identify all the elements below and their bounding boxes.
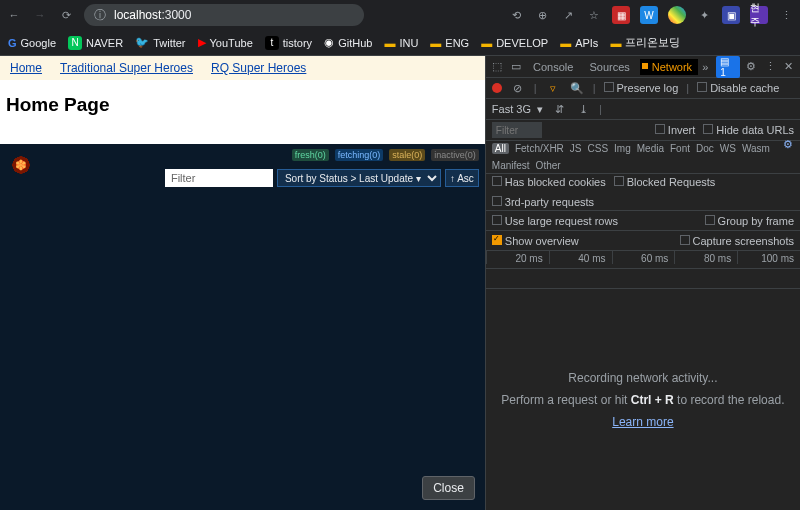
- show-overview-checkbox[interactable]: Show overview: [492, 235, 579, 247]
- learn-more-link[interactable]: Learn more: [612, 415, 673, 429]
- type-filter[interactable]: Img: [614, 143, 631, 154]
- url-port: :3000: [161, 8, 191, 22]
- has-blocked-cookies-checkbox[interactable]: Has blocked cookies: [492, 176, 606, 188]
- address-bar[interactable]: ⓘ localhost:3000: [84, 4, 364, 26]
- wifi-icon[interactable]: ⇵: [551, 101, 567, 117]
- network-filter-input[interactable]: [492, 122, 542, 138]
- extensions-puzzle-icon[interactable]: ✦: [696, 7, 712, 23]
- type-filter[interactable]: Fetch/XHR: [515, 143, 564, 154]
- preserve-log-checkbox[interactable]: Preserve log: [604, 82, 679, 94]
- rq-sort-select[interactable]: Sort by Status > Last Update ▾: [277, 169, 441, 187]
- tab-console[interactable]: Console: [527, 59, 579, 75]
- bookmark-item[interactable]: ▬ INU: [384, 37, 418, 49]
- bookmark-item[interactable]: ◉ GitHub: [324, 36, 372, 49]
- translate-icon[interactable]: ⟲: [508, 7, 524, 23]
- throttle-select[interactable]: Fast 3G ▾: [492, 103, 543, 116]
- nav-link[interactable]: RQ Super Heroes: [211, 61, 306, 75]
- rq-chip[interactable]: inactive(0): [431, 149, 479, 161]
- nav-link[interactable]: Traditional Super Heroes: [60, 61, 193, 75]
- bookmark-item[interactable]: ▬ APIs: [560, 37, 598, 49]
- type-filter[interactable]: CSS: [588, 143, 609, 154]
- type-filter[interactable]: Font: [670, 143, 690, 154]
- extension-icon[interactable]: ▦: [612, 6, 630, 24]
- bookmark-item[interactable]: G Google: [8, 37, 56, 49]
- bookmark-item[interactable]: ▬ ENG: [430, 37, 469, 49]
- type-filter[interactable]: Manifest: [492, 160, 530, 171]
- app-nav: HomeTraditional Super HeroesRQ Super Her…: [0, 56, 485, 80]
- issues-badge[interactable]: ▤ 1: [716, 56, 740, 78]
- bookmark-item[interactable]: 🐦 Twitter: [135, 36, 185, 49]
- network-settings-gear-icon[interactable]: ⚙: [780, 136, 796, 152]
- rq-chip[interactable]: stale(0): [389, 149, 425, 161]
- type-filter[interactable]: WS: [720, 143, 736, 154]
- back-icon[interactable]: ←: [6, 7, 22, 23]
- page-title: Home Page: [6, 94, 479, 116]
- page-body: Home Page: [0, 80, 485, 144]
- info-icon[interactable]: ⓘ: [92, 7, 108, 23]
- bookmark-item[interactable]: ▬ 프리온보딩: [610, 35, 680, 50]
- type-filter[interactable]: Doc: [696, 143, 714, 154]
- reload-icon[interactable]: ⟳: [58, 7, 74, 23]
- capture-screenshots-checkbox[interactable]: Capture screenshots: [680, 235, 795, 247]
- recording-status-text: Recording network activity...: [568, 371, 717, 385]
- url-host: localhost: [114, 8, 161, 22]
- type-filter[interactable]: Media: [637, 143, 664, 154]
- page-viewport: HomeTraditional Super HeroesRQ Super Her…: [0, 56, 485, 510]
- rq-sort-order-button[interactable]: ↑ Asc: [445, 169, 479, 187]
- type-filter[interactable]: All: [492, 143, 509, 154]
- timeline-tick: 20 ms: [486, 251, 549, 264]
- devtools-panel: ⬚ ▭ Console Sources Network » ▤ 1 ⚙ ⋮ ✕ …: [485, 56, 800, 510]
- bookmark-item[interactable]: ▬ DEVELOP: [481, 37, 548, 49]
- extension-icon[interactable]: [668, 6, 686, 24]
- profile-avatar[interactable]: 현주: [750, 6, 768, 24]
- device-toggle-icon[interactable]: ▭: [508, 59, 523, 75]
- timeline-tick: 100 ms: [737, 251, 800, 264]
- hide-data-urls-checkbox[interactable]: Hide data URLs: [703, 124, 794, 136]
- react-query-logo-icon[interactable]: [10, 154, 32, 176]
- tabs-overflow-icon[interactable]: »: [702, 61, 708, 73]
- blocked-requests-checkbox[interactable]: Blocked Requests: [614, 176, 716, 188]
- devtools-menu-icon[interactable]: ⋮: [763, 59, 778, 75]
- bookmark-item[interactable]: N NAVER: [68, 36, 123, 50]
- clear-icon[interactable]: ⊘: [510, 80, 526, 96]
- invert-checkbox[interactable]: Invert: [655, 124, 696, 136]
- group-by-frame-checkbox[interactable]: Group by frame: [705, 215, 794, 227]
- rq-status-chips: fresh(0)fetching(0)stale(0)inactive(0): [0, 144, 485, 166]
- bookmark-item[interactable]: t tistory: [265, 36, 312, 50]
- type-filter[interactable]: Wasm: [742, 143, 770, 154]
- bookmark-item[interactable]: ▶ YouTube: [198, 36, 253, 49]
- large-rows-checkbox[interactable]: Use large request rows: [492, 215, 618, 227]
- timeline-tick: 80 ms: [674, 251, 737, 264]
- menu-dots-icon[interactable]: ⋮: [778, 7, 794, 23]
- rq-chip[interactable]: fetching(0): [335, 149, 384, 161]
- search-icon[interactable]: 🔍: [569, 80, 585, 96]
- timeline-tick: 60 ms: [612, 251, 675, 264]
- extension-icon[interactable]: W: [640, 6, 658, 24]
- record-stop-icon[interactable]: [492, 83, 502, 93]
- waterfall-overview[interactable]: [486, 269, 800, 289]
- third-party-checkbox[interactable]: 3rd-party requests: [492, 196, 594, 208]
- zoom-icon[interactable]: ⊕: [534, 7, 550, 23]
- forward-icon[interactable]: →: [32, 7, 48, 23]
- tab-network[interactable]: Network: [640, 59, 698, 75]
- type-filter[interactable]: Other: [536, 160, 561, 171]
- share-icon[interactable]: ↗: [560, 7, 576, 23]
- upload-icon[interactable]: ⤓: [575, 101, 591, 117]
- devtools-close-icon[interactable]: ✕: [781, 59, 796, 75]
- nav-link[interactable]: Home: [10, 61, 42, 75]
- bookmark-star-icon[interactable]: ☆: [586, 7, 602, 23]
- close-button[interactable]: Close: [422, 476, 475, 500]
- filter-funnel-icon[interactable]: ▿: [545, 80, 561, 96]
- timeline-tick: 40 ms: [549, 251, 612, 264]
- type-filter[interactable]: JS: [570, 143, 582, 154]
- disable-cache-checkbox[interactable]: Disable cache: [697, 82, 779, 94]
- settings-gear-icon[interactable]: ⚙: [744, 59, 759, 75]
- extension-icon[interactable]: ▣: [722, 6, 740, 24]
- tab-sources[interactable]: Sources: [583, 59, 635, 75]
- rq-filter-input[interactable]: [165, 169, 273, 187]
- inspect-icon[interactable]: ⬚: [490, 59, 505, 75]
- rq-chip[interactable]: fresh(0): [292, 149, 329, 161]
- recording-hint-text: Perform a request or hit Ctrl + R to rec…: [501, 393, 784, 407]
